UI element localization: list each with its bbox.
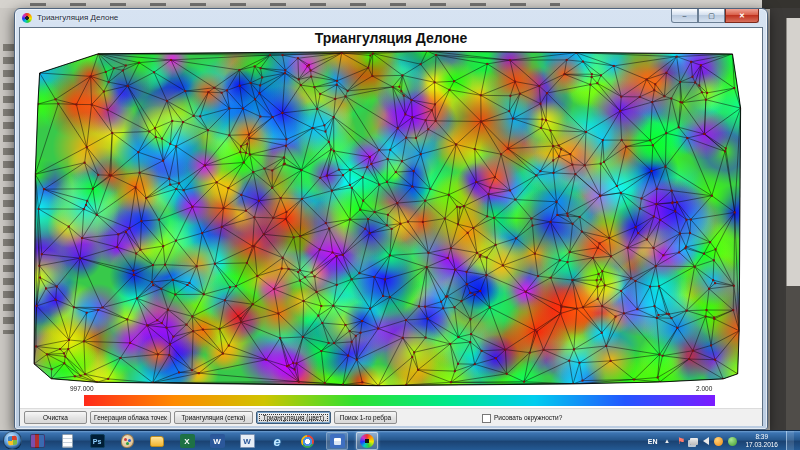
tray-date: 17.03.2016 <box>745 441 778 448</box>
triangulation-canvas[interactable] <box>26 46 748 392</box>
taskbar-button-chrome[interactable] <box>296 432 318 450</box>
paint-icon <box>121 434 134 448</box>
background-menu-items <box>30 3 560 6</box>
background-tool-palette-right <box>786 18 800 286</box>
language-indicator[interactable]: EN <box>648 438 658 445</box>
delaunay-app-icon <box>360 434 374 448</box>
taskbar: PsXWWe EN 8:39 17.03.2016 <box>0 430 800 450</box>
window-controls: – ▢ ✕ <box>671 9 759 23</box>
word-2-icon: W <box>240 434 255 448</box>
excel-icon: X <box>180 434 195 448</box>
taskbar-button-save-tool[interactable] <box>326 432 348 450</box>
title-bar[interactable]: Триангуляция Делоне – ▢ ✕ <box>15 9 767 27</box>
background-panel-right-lower <box>786 286 800 430</box>
clock[interactable]: 8:39 17.03.2016 <box>742 433 781 449</box>
color-scale-bar <box>84 395 715 406</box>
windows-flag-icon <box>8 436 18 446</box>
window-title: Триангуляция Делоне <box>37 13 118 22</box>
colorbar-min-label: 2.000 <box>696 385 712 392</box>
taskbar-button-excel[interactable]: X <box>176 432 198 450</box>
tray-time: 8:39 <box>755 433 768 440</box>
photoshop-icon: Ps <box>90 434 105 448</box>
app-icon <box>22 13 32 23</box>
canvas-heading: Триангуляция Делоне <box>20 30 762 46</box>
clear-button[interactable]: Очистка <box>24 411 87 424</box>
antivirus-icon[interactable] <box>714 437 723 446</box>
action-center-flag-icon[interactable] <box>676 437 685 446</box>
app-window: Триангуляция Делоне – ▢ ✕ Триангуляция Д… <box>14 8 768 430</box>
hidden-icons-arrow-icon[interactable] <box>662 437 671 446</box>
winrar-icon <box>30 434 45 448</box>
triangulation-color-button[interactable]: Триангуляция (цвет) <box>256 411 331 424</box>
generate-points-button[interactable]: Генерация облака точек <box>90 411 171 424</box>
taskbar-button-notepad[interactable] <box>56 432 78 450</box>
taskbar-button-internet-explorer[interactable]: e <box>266 432 288 450</box>
network-icon[interactable] <box>690 438 698 445</box>
chrome-icon <box>301 435 314 448</box>
show-desktop-button[interactable] <box>786 431 794 450</box>
colorbar-max-label: 997.000 <box>70 385 94 392</box>
notepad-icon <box>62 434 73 448</box>
drawing-area: Триангуляция Делоне 997.000 2.000 <box>20 28 762 408</box>
taskbar-button-winrar[interactable] <box>26 432 48 450</box>
minimize-button[interactable]: – <box>671 9 698 23</box>
taskbar-button-word[interactable]: W <box>206 432 228 450</box>
internet-explorer-icon: e <box>270 434 285 448</box>
taskbar-buttons: PsXWWe <box>26 431 378 450</box>
button-panel: Очистка Генерация облака точек Триангуля… <box>20 408 762 426</box>
client-area: Триангуляция Делоне 997.000 2.000 Очистк… <box>19 27 763 426</box>
start-button[interactable] <box>3 431 22 450</box>
tray-icons <box>662 437 737 446</box>
volume-icon[interactable] <box>703 437 709 445</box>
taskbar-button-word-2[interactable]: W <box>236 432 258 450</box>
taskbar-button-delaunay-app[interactable] <box>356 432 378 450</box>
system-tray: EN 8:39 17.03.2016 <box>648 431 794 450</box>
draw-circles-checkbox[interactable] <box>482 414 491 423</box>
taskbar-button-paint[interactable] <box>116 432 138 450</box>
explorer-icon <box>150 436 164 447</box>
word-icon: W <box>210 434 225 448</box>
updater-icon[interactable] <box>728 437 737 446</box>
maximize-button[interactable]: ▢ <box>698 9 725 23</box>
find-first-edge-button[interactable]: Поиск 1-го ребра <box>334 411 397 424</box>
save-tool-icon <box>330 434 345 448</box>
close-button[interactable]: ✕ <box>725 9 759 23</box>
taskbar-button-explorer[interactable] <box>146 432 168 450</box>
draw-circles-label: Рисовать окружности? <box>494 414 562 421</box>
triangulation-grid-button[interactable]: Триангуляция (сетка) <box>174 411 253 424</box>
taskbar-button-photoshop[interactable]: Ps <box>86 432 108 450</box>
